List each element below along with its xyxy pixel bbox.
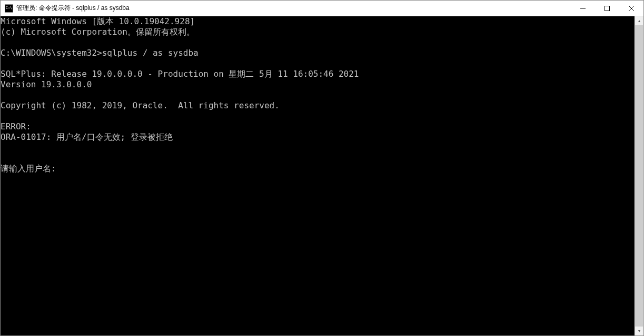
cmd-icon: C:\ (5, 4, 13, 13)
scrollbar-thumb[interactable] (635, 25, 643, 327)
window-title: 管理员: 命令提示符 - sqlplus / as sysdba (16, 4, 571, 13)
titlebar[interactable]: C:\ 管理员: 命令提示符 - sqlplus / as sysdba (1, 1, 643, 16)
vertical-scrollbar[interactable]: ▴ ▾ (635, 16, 643, 335)
command-prompt-window: C:\ 管理员: 命令提示符 - sqlplus / as sysdba Mic… (0, 0, 644, 336)
close-button[interactable] (619, 1, 643, 16)
minimize-icon (580, 6, 586, 11)
close-icon (629, 6, 634, 11)
svg-rect-1 (605, 6, 610, 11)
maximize-icon (605, 6, 610, 11)
terminal-output[interactable]: Microsoft Windows [版本 10.0.19042.928] (c… (1, 16, 635, 335)
terminal-container: Microsoft Windows [版本 10.0.19042.928] (c… (1, 16, 643, 335)
minimize-button[interactable] (571, 1, 595, 16)
scrollbar-up-button[interactable]: ▴ (635, 16, 643, 25)
cmd-icon-text: C:\ (6, 6, 13, 10)
window-controls (571, 1, 643, 16)
maximize-button[interactable] (595, 1, 619, 16)
scrollbar-down-button[interactable]: ▾ (635, 327, 643, 335)
scrollbar-track[interactable] (635, 25, 643, 327)
